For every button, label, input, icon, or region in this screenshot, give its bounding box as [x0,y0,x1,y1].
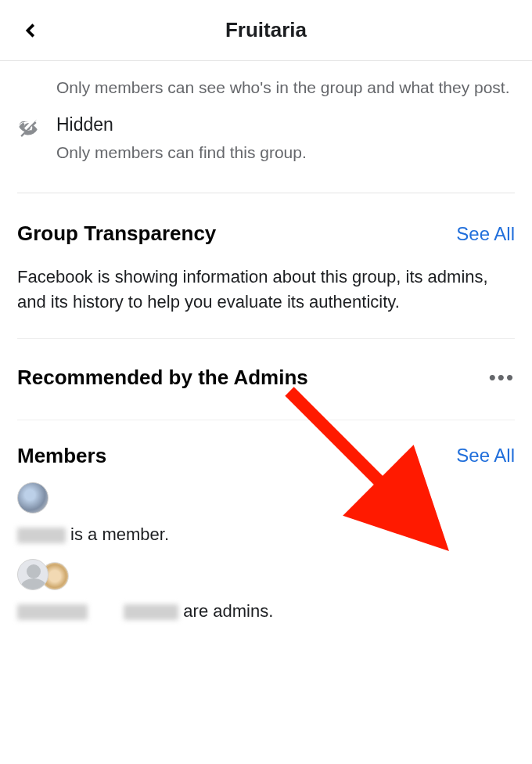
back-button[interactable] [14,13,49,48]
recommended-header: Recommended by the Admins ••• [17,339,515,396]
redacted-name [17,528,66,543]
redacted-name [124,604,178,620]
hidden-icon [17,114,56,165]
transparency-see-all[interactable]: See All [456,223,515,245]
members-header: Members See All [17,420,515,468]
privacy-prev-desc: Only members can see who's in the group … [56,61,515,100]
avatar[interactable] [17,559,49,590]
transparency-header: Group Transparency See All [17,193,515,246]
member-row-1: is a member. [17,468,515,545]
header-bar: Fruitaria [0,0,532,61]
member-row-2: are admins. [17,545,515,622]
recommended-title: Recommended by the Admins [17,366,308,390]
redacted-name [17,604,88,620]
privacy-hidden-row: Hidden Only members can find this group. [17,100,515,165]
members-title: Members [17,444,106,468]
transparency-title: Group Transparency [17,222,216,246]
hidden-desc: Only members can find this group. [56,140,515,165]
transparency-body: Facebook is showing information about th… [17,246,515,315]
member-suffix-1: is a member. [66,524,169,544]
chevron-left-icon [23,22,40,39]
more-icon[interactable]: ••• [489,366,515,390]
page-title: Fruitaria [0,18,532,42]
hidden-title: Hidden [56,114,515,135]
member-suffix-2: are admins. [178,601,273,621]
members-see-all[interactable]: See All [456,445,515,467]
avatar[interactable] [17,482,49,514]
